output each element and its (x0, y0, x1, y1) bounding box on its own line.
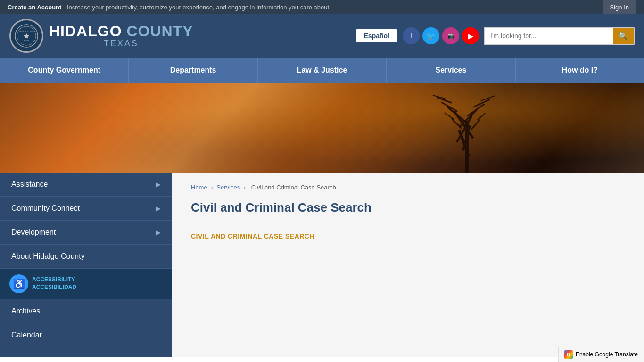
nav-county-government[interactable]: County Government (0, 58, 129, 83)
site-name-texas: TEXAS (49, 39, 193, 49)
nav-services[interactable]: Services (387, 58, 515, 83)
sidebar-item-about[interactable]: About Hidalgo County (0, 245, 172, 269)
nav-departments[interactable]: Departments (129, 58, 257, 83)
social-icons: f 🐦 📷 ▶ (403, 27, 479, 44)
sidebar-label-assistance: Assistance (11, 180, 48, 189)
top-bar: Create an Account - Increase your produc… (0, 0, 644, 14)
svg-text:THE COUNTY OF: THE COUNTY OF (19, 30, 34, 33)
facebook-icon[interactable]: f (403, 27, 420, 44)
main-content: Home › Services › Civil and Criminal Cas… (172, 173, 644, 357)
site-name-main: HIDALGO COUNTY (49, 24, 193, 39)
county-seal: THE COUNTY OF TEXAS (9, 19, 43, 53)
breadcrumb-sep1: › (211, 184, 213, 191)
sidebar-label-calendar: Calendar (11, 331, 42, 339)
sidebar-arrow-development: ▶ (156, 229, 161, 236)
case-search-link[interactable]: CIVIL AND CRIMINAL CASE SEARCH (191, 232, 314, 240)
google-translate-bar[interactable]: G Enable Google Translate (558, 347, 644, 357)
create-account-link[interactable]: Create an Account (8, 4, 61, 11)
page-title: Civil and Criminal Case Search (191, 200, 625, 221)
espanol-button[interactable]: Español (355, 28, 398, 43)
accessibility-label: ACCESSIBILITYACCESIBILIDAD (32, 276, 76, 291)
svg-rect-20 (444, 112, 454, 120)
main-nav: County Government Departments Law & Just… (0, 58, 644, 83)
svg-rect-19 (471, 119, 480, 130)
google-icon: G (564, 350, 573, 357)
svg-text:TEXAS: TEXAS (24, 40, 29, 42)
sidebar-item-development[interactable]: Development ▶ (0, 221, 172, 245)
sidebar-arrow-assistance: ▶ (156, 181, 161, 188)
svg-rect-12 (441, 101, 458, 112)
breadcrumb-home[interactable]: Home (191, 184, 207, 191)
seal-svg: THE COUNTY OF TEXAS (14, 24, 39, 48)
breadcrumb-sep2: › (244, 184, 246, 191)
sidebar-item-archives[interactable]: Archives (0, 299, 172, 323)
search-input[interactable] (485, 28, 613, 43)
tree-silhouette-svg (385, 83, 550, 173)
svg-rect-21 (477, 113, 486, 120)
svg-rect-9 (456, 115, 473, 143)
site-title: HIDALGO COUNTY TEXAS (49, 24, 193, 49)
twitter-icon[interactable]: 🐦 (422, 27, 439, 44)
sidebar-item-assistance[interactable]: Assistance ▶ (0, 173, 172, 197)
sidebar-label-archives: Archives (11, 307, 40, 315)
svg-marker-4 (24, 33, 29, 39)
top-bar-message-text: - Increase your productivity, customize … (61, 4, 330, 11)
hero-banner (0, 83, 644, 173)
search-bar: 🔍 (484, 27, 635, 45)
sign-in-button[interactable]: Sign In (603, 0, 636, 14)
header: THE COUNTY OF TEXAS HIDALGO COUNTY TEXAS… (0, 14, 644, 58)
search-button[interactable]: 🔍 (613, 28, 634, 44)
breadcrumb-services[interactable]: Services (216, 184, 240, 191)
youtube-icon[interactable]: ▶ (462, 27, 479, 44)
nav-how-do-i[interactable]: How do I? (516, 58, 644, 83)
logo-area: THE COUNTY OF TEXAS HIDALGO COUNTY TEXAS (9, 19, 193, 53)
sidebar: Assistance ▶ Community Connect ▶ Develop… (0, 173, 172, 357)
accessibility-icon: ♿ (9, 274, 28, 293)
breadcrumb-current: Civil and Criminal Case Search (251, 184, 336, 191)
sidebar-item-calendar[interactable]: Calendar (0, 323, 172, 347)
site-name-county: COUNTY (126, 23, 193, 40)
sidebar-label-development: Development (11, 228, 56, 237)
content-area: Assistance ▶ Community Connect ▶ Develop… (0, 173, 644, 357)
nav-law-justice[interactable]: Law & Justice (258, 58, 387, 83)
top-bar-message: Create an Account - Increase your produc… (8, 4, 603, 11)
site-name-hidalgo: HIDALGO (49, 23, 126, 40)
google-translate-label: Enable Google Translate (576, 351, 638, 357)
sidebar-label-about: About Hidalgo County (11, 252, 85, 261)
header-right: Español f 🐦 📷 ▶ 🔍 (355, 27, 635, 45)
svg-rect-14 (436, 97, 452, 104)
instagram-icon[interactable]: 📷 (442, 27, 459, 44)
sidebar-item-community-connect[interactable]: Community Connect ▶ (0, 197, 172, 221)
breadcrumb: Home › Services › Civil and Criminal Cas… (191, 184, 625, 191)
sidebar-label-community-connect: Community Connect (11, 204, 80, 213)
svg-rect-10 (446, 106, 466, 122)
accessibility-button[interactable]: ♿ ACCESSIBILITYACCESIBILIDAD (0, 269, 172, 299)
sidebar-arrow-community-connect: ▶ (156, 205, 161, 212)
